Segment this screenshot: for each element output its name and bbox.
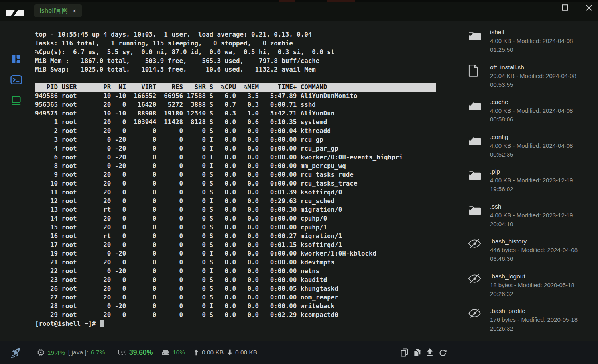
hidden-eye-icon [468,273,482,284]
file-name: .bash_profile [490,307,593,315]
terminal-cursor [100,320,104,327]
file-item-text: .bash_logout 18 bytes - Modified: 2020-0… [490,272,593,298]
file-item[interactable]: .pip 4.00 KB - Modified: 2023-12-19 19:5… [468,167,598,194]
terminal-output[interactable]: top - 10:55:45 up 4 days, 10:03, 1 user,… [35,30,438,328]
copy-button[interactable] [399,347,409,358]
java-label: [ java ]: [68,349,88,356]
sidebar-item-monitor[interactable] [8,92,24,108]
file-detail: 4.00 KB - Modified: 2024-04-08 01:25:50 [490,37,593,54]
file-detail: 18 bytes - Modified: 2020-05-18 20:26:32 [490,281,593,298]
file-icon [468,64,479,77]
file-item-text: ishell 4.00 KB - Modified: 2024-04-08 01… [490,28,593,54]
close-button[interactable] [583,2,595,14]
file-list: ishell 4.00 KB - Modified: 2024-04-08 01… [468,28,598,333]
paste-files-button[interactable] [412,347,422,358]
shell-prompt: [root@ishell ~]# [35,320,100,327]
file-detail: 446 bytes - Modified: 2024-04-08 03:46:3… [490,246,593,263]
file-item[interactable]: ishell 4.00 KB - Modified: 2024-04-08 01… [468,28,598,54]
status-cpu: 19.4% [37,349,65,356]
top-summary: top - 10:55:45 up 4 days, 10:03, 1 user,… [35,30,438,74]
file-item-text: .config 4.00 KB - Modified: 2024-04-08 0… [490,133,593,159]
maximize-button[interactable] [559,2,571,14]
file-panel: ishell 4.00 KB - Modified: 2024-04-08 01… [460,21,598,341]
file-item[interactable]: .cache 4.00 KB - Modified: 2024-04-08 00… [468,98,598,124]
disk-percent: 16% [173,349,185,356]
java-percent: 6.7% [91,349,105,356]
layout-icon [11,54,21,64]
tab-ishell[interactable]: Ishell官网 × [34,4,82,17]
close-icon [586,4,592,11]
status-memory: 39.60% [118,348,153,357]
file-detail: 4.00 KB - Modified: 2023-12-19 20:04:10 [490,211,593,229]
laptop-icon [10,96,22,106]
file-name: .cache [490,98,593,106]
left-rail [0,21,32,341]
process-table-header: PID USER PR NI VIRT RES SHR S %CPU %MEM … [35,83,436,92]
status-java: [ java ]: 6.7% [68,349,105,356]
tab-label: Ishell官网 [39,7,68,15]
folder-icon [468,134,482,146]
sidebar-item-layout[interactable] [8,51,24,67]
file-detail: 29.04 KB - Modified: 2024-04-08 00:53:55 [490,72,593,89]
upload-rate: 0.00 KB [202,349,224,356]
file-item[interactable]: .bash_logout 18 bytes - Modified: 2020-0… [468,272,598,298]
memory-percent: 39.60% [129,348,153,357]
rocket-button[interactable] [10,346,22,358]
file-icon-wrap [468,63,485,89]
files-icon [413,348,421,357]
cpu-percent: 19.4% [47,349,65,356]
titlebar: Ishell官网 × [0,0,598,21]
app-window: Ishell官网 × [0,0,598,364]
status-download: 0.00 KB [227,349,257,356]
process-table-rows: 949586 root 10 -10 166552 66956 17588 S … [35,92,438,319]
file-item[interactable]: .bash_profile 176 bytes - Modified: 2020… [468,307,598,333]
folder-icon-wrap [468,167,485,194]
top-edge-artifact [0,0,598,2]
folder-icon-wrap [468,28,485,54]
file-item[interactable]: off_install.sh 29.04 KB - Modified: 2024… [468,63,598,89]
hidden-icon-wrap [468,272,485,298]
file-item-text: .bash_history 446 bytes - Modified: 2024… [490,237,593,263]
hidden-icon-wrap [468,307,485,333]
refresh-icon [439,348,447,356]
file-item-text: .pip 4.00 KB - Modified: 2023-12-19 19:5… [490,167,593,194]
artifact-mark [327,0,355,2]
folder-icon-wrap [468,133,485,159]
folder-icon [468,29,482,41]
file-name: .pip [490,167,593,176]
file-name: .config [490,133,593,141]
download-arrow-icon [227,349,232,356]
maximize-icon [562,4,568,11]
app-logo-icon [6,10,24,16]
hidden-icon-wrap [468,237,485,263]
file-detail: 4.00 KB - Modified: 2023-12-19 19:56:02 [490,176,593,194]
folder-icon-wrap [468,98,485,124]
memory-icon [118,349,126,356]
status-bar: 19.4% [ java ]: 6.7% 39.60% [0,341,598,364]
file-name: ishell [490,28,593,37]
file-detail: 4.00 KB - Modified: 2024-04-08 00:58:06 [490,106,593,124]
copy-icon [400,348,409,357]
folder-icon [468,204,482,215]
tab-close-icon[interactable]: × [73,8,77,14]
minimize-button[interactable] [535,2,547,14]
file-item[interactable]: .config 4.00 KB - Modified: 2024-04-08 0… [468,133,598,159]
file-item[interactable]: .ssh 4.00 KB - Modified: 2023-12-19 20:0… [468,202,598,229]
rocket-icon [10,346,22,358]
shell-prompt-line: [root@ishell ~]# [35,319,438,328]
folder-icon [468,168,482,180]
status-disk: 16% [161,349,185,356]
file-detail: 176 bytes - Modified: 2020-05-18 20:26:3… [490,315,593,333]
minimize-icon [538,4,545,11]
file-item[interactable]: .bash_history 446 bytes - Modified: 2024… [468,237,598,263]
refresh-button[interactable] [437,347,448,358]
upload-tray-icon [426,348,434,357]
file-item-text: off_install.sh 29.04 KB - Modified: 2024… [490,63,593,89]
file-name: off_install.sh [490,63,593,72]
terminal-icon [10,75,22,85]
sidebar-item-terminal[interactable] [8,72,24,88]
file-item-text: .ssh 4.00 KB - Modified: 2023-12-19 20:0… [490,202,593,229]
upload-file-button[interactable] [425,347,435,358]
file-name: .ssh [490,202,593,211]
hidden-eye-icon [468,308,482,319]
